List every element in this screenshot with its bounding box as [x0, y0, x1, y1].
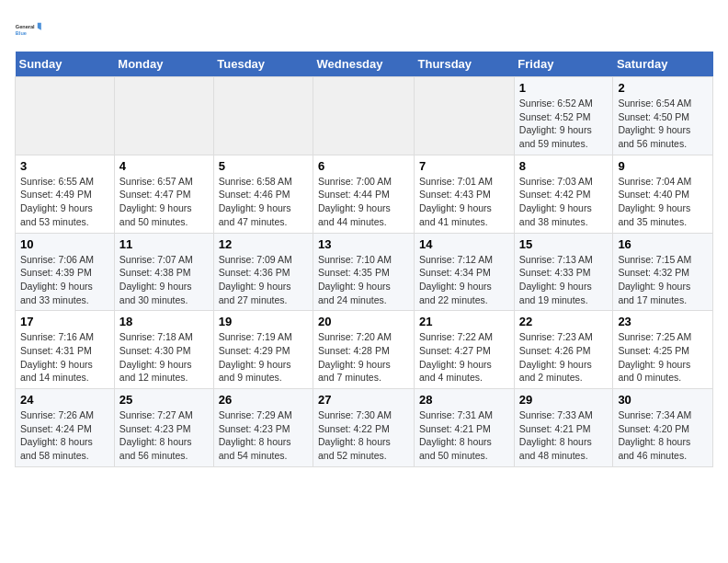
- calendar-cell: 3Sunrise: 6:55 AMSunset: 4:49 PMDaylight…: [16, 155, 115, 233]
- calendar-header: SundayMondayTuesdayWednesdayThursdayFrid…: [16, 52, 713, 77]
- day-number: 14: [419, 237, 509, 251]
- calendar-cell: 20Sunrise: 7:20 AMSunset: 4:28 PMDayligh…: [313, 311, 415, 389]
- day-info: Sunrise: 6:55 AMSunset: 4:49 PMDaylight:…: [20, 175, 109, 229]
- col-header-friday: Friday: [514, 52, 613, 77]
- calendar-cell: 25Sunrise: 7:27 AMSunset: 4:23 PMDayligh…: [114, 389, 213, 467]
- day-number: 25: [119, 393, 209, 407]
- day-info: Sunrise: 7:01 AMSunset: 4:43 PMDaylight:…: [419, 175, 509, 229]
- day-info: Sunrise: 7:26 AMSunset: 4:24 PMDaylight:…: [20, 408, 109, 463]
- day-info: Sunrise: 6:54 AMSunset: 4:50 PMDaylight:…: [618, 97, 708, 151]
- calendar-cell: 1Sunrise: 6:52 AMSunset: 4:52 PMDaylight…: [514, 77, 613, 155]
- day-info: Sunrise: 7:00 AMSunset: 4:44 PMDaylight:…: [318, 175, 409, 229]
- calendar-cell: 10Sunrise: 7:06 AMSunset: 4:39 PMDayligh…: [16, 233, 115, 311]
- calendar-cell: 5Sunrise: 6:58 AMSunset: 4:46 PMDaylight…: [213, 155, 313, 233]
- calendar-cell: 2Sunrise: 6:54 AMSunset: 4:50 PMDaylight…: [613, 77, 713, 155]
- calendar-cell: [313, 77, 415, 155]
- day-number: 1: [519, 81, 609, 95]
- svg-text:General: General: [16, 24, 35, 29]
- calendar-cell: 26Sunrise: 7:29 AMSunset: 4:23 PMDayligh…: [213, 389, 313, 467]
- calendar-cell: 14Sunrise: 7:12 AMSunset: 4:34 PMDayligh…: [415, 233, 515, 311]
- day-info: Sunrise: 7:33 AMSunset: 4:21 PMDaylight:…: [519, 408, 609, 463]
- logo-icon: GeneralBlue: [15, 15, 44, 44]
- day-info: Sunrise: 7:30 AMSunset: 4:22 PMDaylight:…: [318, 408, 409, 463]
- day-number: 12: [219, 237, 308, 251]
- col-header-thursday: Thursday: [415, 52, 515, 77]
- day-number: 24: [20, 393, 109, 407]
- day-number: 23: [618, 315, 708, 328]
- day-info: Sunrise: 6:58 AMSunset: 4:46 PMDaylight:…: [219, 175, 308, 229]
- calendar-cell: [16, 77, 115, 155]
- day-info: Sunrise: 7:10 AMSunset: 4:35 PMDaylight:…: [318, 253, 409, 307]
- day-number: 8: [519, 159, 609, 173]
- day-info: Sunrise: 7:04 AMSunset: 4:40 PMDaylight:…: [618, 175, 708, 229]
- calendar-cell: 15Sunrise: 7:13 AMSunset: 4:33 PMDayligh…: [514, 233, 613, 311]
- day-info: Sunrise: 7:34 AMSunset: 4:20 PMDaylight:…: [618, 408, 708, 463]
- day-number: 16: [618, 237, 708, 251]
- day-info: Sunrise: 7:15 AMSunset: 4:32 PMDaylight:…: [618, 253, 708, 307]
- col-header-sunday: Sunday: [16, 52, 115, 77]
- calendar-cell: 12Sunrise: 7:09 AMSunset: 4:36 PMDayligh…: [213, 233, 313, 311]
- day-info: Sunrise: 7:25 AMSunset: 4:25 PMDaylight:…: [618, 330, 708, 385]
- day-number: 13: [318, 237, 409, 251]
- day-number: 18: [119, 315, 209, 328]
- day-number: 9: [618, 159, 708, 173]
- calendar-cell: 19Sunrise: 7:19 AMSunset: 4:29 PMDayligh…: [213, 311, 313, 389]
- calendar-cell: [415, 77, 515, 155]
- calendar-cell: 18Sunrise: 7:18 AMSunset: 4:30 PMDayligh…: [114, 311, 213, 389]
- day-number: 22: [519, 315, 609, 328]
- calendar-cell: 17Sunrise: 7:16 AMSunset: 4:31 PMDayligh…: [16, 311, 115, 389]
- day-number: 6: [318, 159, 409, 173]
- day-info: Sunrise: 7:12 AMSunset: 4:34 PMDaylight:…: [419, 253, 509, 307]
- calendar-table: SundayMondayTuesdayWednesdayThursdayFrid…: [15, 52, 713, 467]
- week-row-2: 3Sunrise: 6:55 AMSunset: 4:49 PMDaylight…: [16, 155, 713, 233]
- day-info: Sunrise: 7:03 AMSunset: 4:42 PMDaylight:…: [519, 175, 609, 229]
- day-info: Sunrise: 7:07 AMSunset: 4:38 PMDaylight:…: [119, 253, 209, 307]
- day-number: 7: [419, 159, 509, 173]
- day-info: Sunrise: 7:29 AMSunset: 4:23 PMDaylight:…: [219, 408, 308, 463]
- header: GeneralBlue: [15, 15, 713, 44]
- day-info: Sunrise: 7:16 AMSunset: 4:31 PMDaylight:…: [20, 330, 109, 385]
- col-header-wednesday: Wednesday: [313, 52, 415, 77]
- day-number: 28: [419, 393, 509, 407]
- day-info: Sunrise: 7:23 AMSunset: 4:26 PMDaylight:…: [519, 330, 609, 385]
- week-row-1: 1Sunrise: 6:52 AMSunset: 4:52 PMDaylight…: [16, 77, 713, 155]
- calendar-cell: 23Sunrise: 7:25 AMSunset: 4:25 PMDayligh…: [613, 311, 713, 389]
- logo: GeneralBlue: [15, 15, 44, 44]
- week-row-5: 24Sunrise: 7:26 AMSunset: 4:24 PMDayligh…: [16, 389, 713, 467]
- week-row-3: 10Sunrise: 7:06 AMSunset: 4:39 PMDayligh…: [16, 233, 713, 311]
- calendar-cell: 9Sunrise: 7:04 AMSunset: 4:40 PMDaylight…: [613, 155, 713, 233]
- day-number: 26: [219, 393, 308, 407]
- calendar-cell: [114, 77, 213, 155]
- day-number: 17: [20, 315, 109, 328]
- calendar-cell: 8Sunrise: 7:03 AMSunset: 4:42 PMDaylight…: [514, 155, 613, 233]
- calendar-cell: 24Sunrise: 7:26 AMSunset: 4:24 PMDayligh…: [16, 389, 115, 467]
- week-row-4: 17Sunrise: 7:16 AMSunset: 4:31 PMDayligh…: [16, 311, 713, 389]
- day-info: Sunrise: 7:20 AMSunset: 4:28 PMDaylight:…: [318, 330, 409, 385]
- day-number: 11: [119, 237, 209, 251]
- header-row: SundayMondayTuesdayWednesdayThursdayFrid…: [16, 52, 713, 77]
- calendar-cell: 13Sunrise: 7:10 AMSunset: 4:35 PMDayligh…: [313, 233, 415, 311]
- col-header-monday: Monday: [114, 52, 213, 77]
- calendar-cell: [213, 77, 313, 155]
- day-number: 4: [119, 159, 209, 173]
- calendar-cell: 7Sunrise: 7:01 AMSunset: 4:43 PMDaylight…: [415, 155, 515, 233]
- day-info: Sunrise: 7:19 AMSunset: 4:29 PMDaylight:…: [219, 330, 308, 385]
- day-number: 2: [618, 81, 708, 95]
- day-number: 10: [20, 237, 109, 251]
- calendar-cell: 6Sunrise: 7:00 AMSunset: 4:44 PMDaylight…: [313, 155, 415, 233]
- calendar-cell: 29Sunrise: 7:33 AMSunset: 4:21 PMDayligh…: [514, 389, 613, 467]
- day-number: 20: [318, 315, 409, 328]
- day-number: 21: [419, 315, 509, 328]
- calendar-body: 1Sunrise: 6:52 AMSunset: 4:52 PMDaylight…: [16, 77, 713, 467]
- day-number: 3: [20, 159, 109, 173]
- day-info: Sunrise: 7:18 AMSunset: 4:30 PMDaylight:…: [119, 330, 209, 385]
- calendar-cell: 27Sunrise: 7:30 AMSunset: 4:22 PMDayligh…: [313, 389, 415, 467]
- day-info: Sunrise: 6:57 AMSunset: 4:47 PMDaylight:…: [119, 175, 209, 229]
- day-number: 15: [519, 237, 609, 251]
- calendar-cell: 16Sunrise: 7:15 AMSunset: 4:32 PMDayligh…: [613, 233, 713, 311]
- col-header-tuesday: Tuesday: [213, 52, 313, 77]
- day-info: Sunrise: 7:06 AMSunset: 4:39 PMDaylight:…: [20, 253, 109, 307]
- day-info: Sunrise: 7:31 AMSunset: 4:21 PMDaylight:…: [419, 408, 509, 463]
- day-number: 27: [318, 393, 409, 407]
- day-number: 30: [618, 393, 708, 407]
